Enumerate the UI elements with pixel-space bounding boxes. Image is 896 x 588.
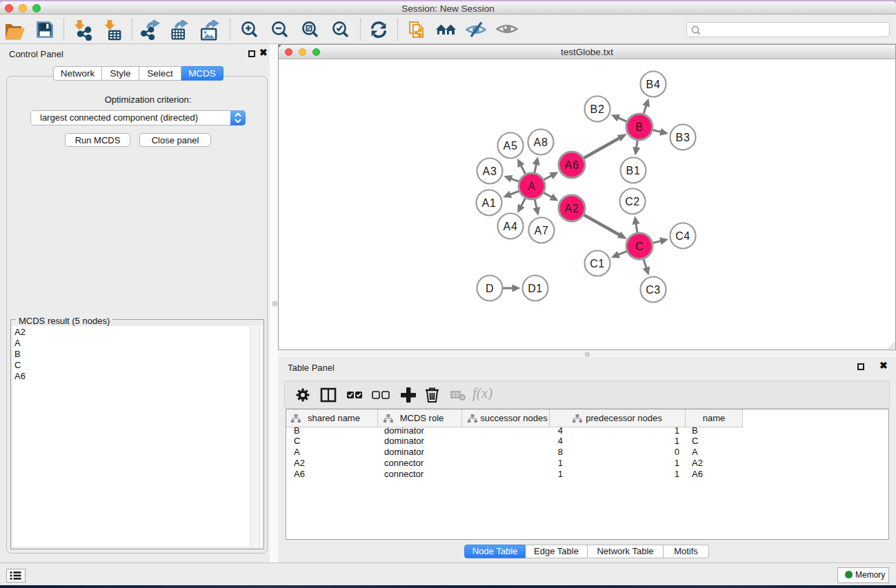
- svg-text:B1: B1: [626, 165, 641, 176]
- svg-text:A7: A7: [535, 225, 549, 236]
- svg-text:A6: A6: [565, 159, 579, 171]
- svg-text:A8: A8: [534, 136, 548, 148]
- svg-text:C4: C4: [675, 230, 690, 242]
- svg-text:C3: C3: [646, 284, 661, 296]
- svg-text:C1: C1: [590, 258, 605, 270]
- svg-text:A4: A4: [504, 221, 518, 232]
- svg-text:C: C: [635, 241, 644, 252]
- svg-text:D: D: [486, 283, 494, 294]
- svg-text:A2: A2: [565, 203, 579, 214]
- svg-text:D1: D1: [528, 283, 543, 294]
- svg-text:B: B: [635, 121, 643, 133]
- svg-text:A: A: [528, 181, 535, 192]
- svg-text:B3: B3: [676, 132, 690, 143]
- svg-text:A3: A3: [483, 165, 497, 177]
- svg-text:B2: B2: [590, 103, 605, 115]
- svg-text:B4: B4: [646, 79, 661, 90]
- svg-text:A1: A1: [482, 197, 497, 209]
- svg-text:C2: C2: [625, 196, 640, 207]
- svg-text:A5: A5: [504, 140, 518, 152]
